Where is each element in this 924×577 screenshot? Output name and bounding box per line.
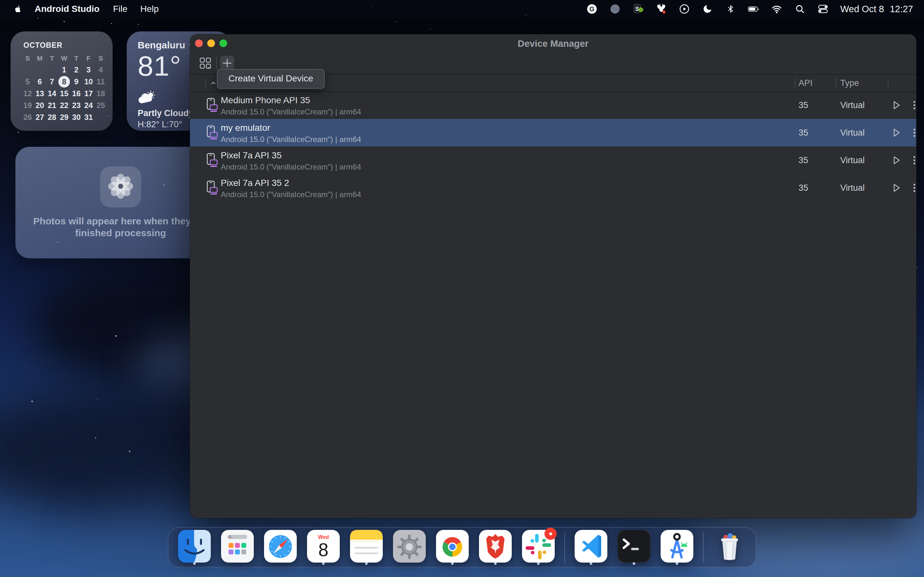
- app-menu[interactable]: Android Studio: [35, 4, 99, 14]
- calendar-day: 11: [95, 76, 107, 87]
- device-row[interactable]: Medium Phone API 35Android 15.0 ("Vanill…: [190, 91, 916, 119]
- photos-flower-icon: [105, 171, 136, 203]
- star: [18, 132, 19, 133]
- globe-icon[interactable]: [609, 3, 621, 15]
- play-circle-icon[interactable]: [678, 3, 690, 15]
- device-menu-button[interactable]: [909, 182, 916, 195]
- vscode-icon: [575, 530, 607, 567]
- weather-city: Bengaluru: [137, 40, 185, 51]
- calendar-day: 30: [70, 111, 82, 123]
- calendar-day: 6: [34, 76, 46, 87]
- calendar-widget[interactable]: OCTOBER SMTWTFS1234567891011121314151617…: [11, 31, 113, 131]
- dock-item-safari[interactable]: [259, 528, 302, 567]
- calendar-day-header: W: [58, 53, 70, 64]
- chrome-icon: [436, 530, 469, 567]
- column-divider: [795, 78, 795, 88]
- device-description: Android 15.0 ("VanillaIceCream") | arm64: [221, 190, 361, 199]
- sort-ascending-icon[interactable]: [209, 79, 218, 89]
- apple-menu[interactable]: [13, 3, 24, 15]
- control-center-icon[interactable]: [817, 3, 829, 15]
- device-menu-button[interactable]: [909, 127, 916, 140]
- virtual-device-icon: [206, 125, 218, 141]
- device-api-level: 35: [798, 147, 808, 174]
- dock-item-chrome[interactable]: [431, 528, 474, 567]
- menu-bar: Android Studio File Help GS Wed Oct 8 12…: [0, 0, 924, 18]
- run-device-button[interactable]: [891, 127, 902, 140]
- device-menu-button[interactable]: [909, 155, 916, 167]
- device-row[interactable]: my emulatorAndroid 15.0 ("VanillaIceCrea…: [190, 119, 916, 147]
- run-device-button[interactable]: [891, 155, 902, 167]
- menu-help[interactable]: Help: [140, 4, 159, 14]
- bluetooth-icon[interactable]: [725, 3, 736, 15]
- search-icon[interactable]: [794, 3, 806, 15]
- launchpad-icon: [221, 530, 254, 567]
- calendar-day: 19: [21, 99, 34, 111]
- bee-icon[interactable]: [656, 3, 667, 15]
- dock-item-launchpad[interactable]: [216, 528, 259, 567]
- view-mode-button[interactable]: [198, 56, 212, 71]
- moon-icon[interactable]: [702, 3, 713, 15]
- running-indicator: [633, 562, 635, 565]
- dock-item-android-studio[interactable]: [656, 528, 698, 567]
- star: [97, 399, 97, 400]
- star: [430, 29, 431, 29]
- column-header-api[interactable]: API: [798, 75, 813, 91]
- running-indicator: [494, 562, 497, 565]
- calendar-day: 5: [21, 76, 34, 87]
- running-indicator: [365, 562, 368, 565]
- finder-icon: [178, 530, 211, 567]
- dock-item-calendar[interactable]: Wed8: [302, 528, 345, 567]
- device-type: Virtual: [840, 147, 865, 174]
- dock-item-terminal[interactable]: [612, 528, 656, 567]
- star: [31, 401, 33, 402]
- toolbar-divider: [216, 57, 217, 69]
- calendar-day: 15: [58, 87, 70, 99]
- dock-separator: [703, 532, 704, 562]
- svg-text:8: 8: [318, 540, 328, 560]
- settings-icon: [393, 530, 426, 567]
- notification-badge: [544, 528, 557, 540]
- add-device-button[interactable]: [220, 56, 234, 71]
- battery-icon[interactable]: [748, 3, 759, 15]
- dock-item-notes[interactable]: [345, 528, 388, 567]
- svg-text:S: S: [635, 6, 639, 12]
- window-titlebar[interactable]: Device Manager: [190, 34, 916, 52]
- calendar-day: 9: [70, 76, 82, 87]
- dock-item-finder[interactable]: [173, 528, 216, 567]
- dock-item-brave[interactable]: [474, 528, 517, 567]
- dock-item-slack[interactable]: [517, 528, 560, 567]
- calendar-day: [34, 64, 46, 76]
- safari-icon: [264, 530, 297, 567]
- grammarly-icon[interactable]: G: [586, 3, 598, 15]
- calendar-day: 18: [95, 87, 107, 99]
- clock-time: 12:27: [890, 4, 913, 15]
- menu-bar-clock[interactable]: Wed Oct 8 12:27: [840, 4, 913, 15]
- photos-icon-box: [100, 166, 141, 207]
- dock-item-vscode[interactable]: [569, 528, 612, 567]
- s-app-icon[interactable]: S: [632, 3, 644, 15]
- run-device-button[interactable]: [891, 99, 902, 112]
- dock-item-settings[interactable]: [388, 528, 431, 567]
- calendar-day-header: F: [82, 53, 95, 64]
- calendar-day-header: T: [70, 53, 82, 64]
- calendar-day: 27: [34, 111, 46, 123]
- device-manager-window: Device Manager Create Virtual Device API…: [190, 34, 916, 518]
- notes-icon: [350, 530, 383, 567]
- device-api-level: 35: [798, 91, 808, 119]
- calendar-day: 1: [58, 64, 70, 76]
- virtual-device-icon: [206, 181, 218, 197]
- menu-file[interactable]: File: [113, 4, 128, 14]
- column-header-type[interactable]: Type: [840, 75, 859, 91]
- device-row[interactable]: Pixel 7a API 35Android 15.0 ("VanillaIce…: [190, 147, 916, 174]
- svg-text:Wed: Wed: [318, 534, 329, 540]
- calendar-day: 24: [82, 99, 95, 111]
- run-device-button[interactable]: [891, 182, 902, 195]
- device-row[interactable]: Pixel 7a API 35 2Android 15.0 ("VanillaI…: [190, 174, 916, 201]
- column-divider: [836, 78, 837, 88]
- wifi-icon[interactable]: [771, 3, 782, 15]
- device-menu-button[interactable]: [909, 99, 916, 112]
- calendar-day: 14: [46, 87, 58, 99]
- calendar-day-header: S: [21, 53, 34, 64]
- running-indicator: [676, 562, 678, 565]
- dock-item-trash[interactable]: [708, 528, 751, 567]
